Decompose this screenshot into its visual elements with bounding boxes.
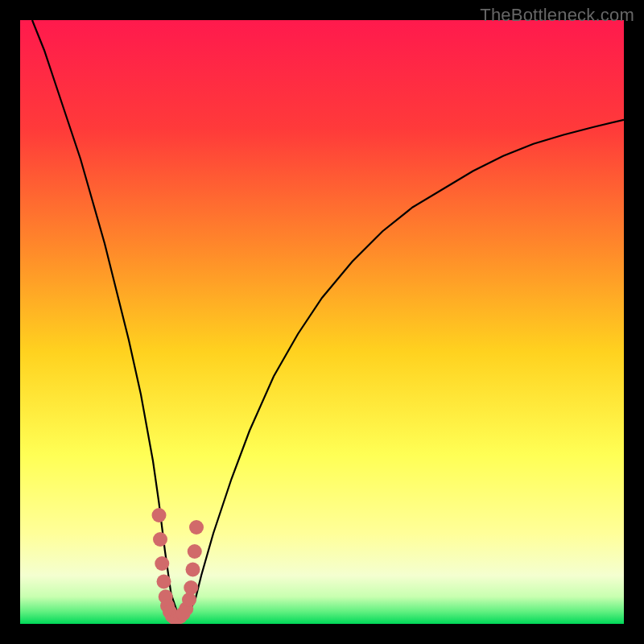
trough-marker [189, 520, 204, 535]
watermark-text: TheBottleneck.com [480, 5, 634, 26]
trough-marker [186, 563, 200, 577]
trough-marker [152, 508, 167, 522]
chart-background-gradient [20, 20, 624, 624]
trough-marker [188, 544, 202, 559]
trough-marker [157, 575, 171, 589]
trough-marker [184, 580, 198, 595]
chart-container [20, 20, 624, 624]
bottleneck-chart [20, 20, 624, 624]
trough-marker [153, 532, 167, 547]
trough-marker [155, 556, 169, 571]
